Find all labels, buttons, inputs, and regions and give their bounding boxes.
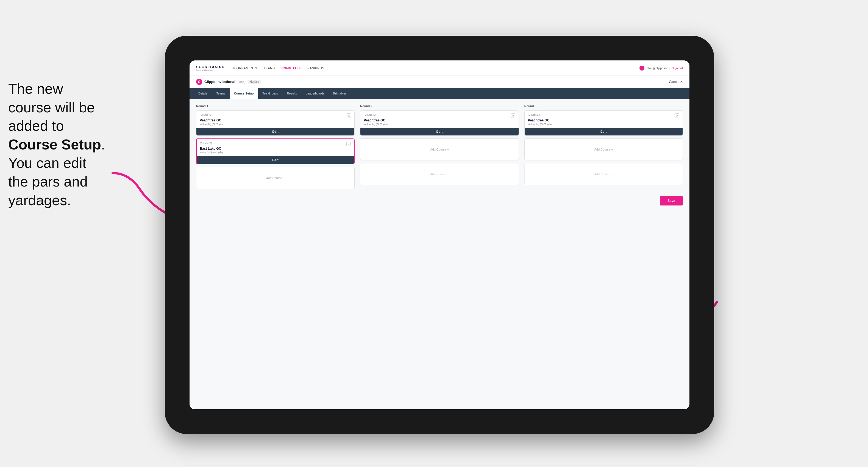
tab-course-setup[interactable]: Course Setup: [229, 88, 258, 99]
brand-title: SCOREBOARD: [196, 65, 225, 69]
tab-printables[interactable]: Printables: [329, 88, 351, 99]
round2-course-a-letter: (Course A): [364, 114, 375, 116]
round3-course-a-name: Peachtree GC: [525, 118, 683, 123]
tab-details[interactable]: Details: [194, 88, 212, 99]
round1-add-course-label: Add Course +: [266, 176, 285, 180]
round1-course-a-edit-button[interactable]: Edit: [196, 128, 354, 135]
round-2-label: Round 2: [360, 104, 519, 108]
annotation-bold: Course Setup: [8, 136, 101, 152]
round1-course-b-delete[interactable]: ✕: [346, 142, 351, 146]
nav-right: blair@clippd.io | Sign out: [640, 66, 683, 71]
annotation-line1: The new: [8, 81, 63, 97]
round1-course-b-header: (Course B) ✕: [197, 139, 354, 146]
round1-course-a-card: (Course A) ✕ Peachtree GC Yellow (M) (66…: [196, 111, 354, 136]
brand-subtitle: Powered by clippd: [196, 69, 225, 71]
tournament-title[interactable]: Clippd Invitational: [205, 80, 236, 84]
round1-course-a-delete[interactable]: ✕: [347, 114, 351, 118]
round2-course-a-edit-button[interactable]: Edit: [361, 128, 518, 135]
round-3-column: Round 3 (Course A) ✕ Peachtree GC Yellow…: [524, 104, 683, 192]
save-button[interactable]: Save: [660, 196, 683, 206]
round1-course-a-header: (Course A) ✕: [196, 111, 354, 118]
tablet-screen: SCOREBOARD Powered by clippd TOURNAMENTS…: [189, 60, 689, 409]
tab-teams[interactable]: Teams: [212, 88, 229, 99]
round3-course-a-letter: (Course A): [528, 114, 540, 116]
round-1-label: Round 1: [196, 104, 354, 108]
nav-links: TOURNAMENTS TEAMS COMMITTEE RANKINGS: [232, 66, 640, 70]
gender-label: (Men): [238, 80, 246, 84]
rounds-grid: Round 1 (Course A) ✕ Peachtree GC Yellow…: [196, 104, 683, 192]
annotation-line7: yardages.: [8, 192, 71, 208]
round3-add-course-label: Add Course +: [594, 148, 613, 151]
hosting-badge: Hosting: [247, 80, 261, 84]
avatar: [640, 66, 644, 71]
round2-add-course-disabled-label: Add Course +: [430, 173, 449, 176]
round3-course-a-edit-button[interactable]: Edit: [525, 128, 683, 135]
round3-add-course-disabled-label: Add Course +: [594, 173, 613, 176]
round2-course-a-details: Yellow (M) (6629 yds): [361, 123, 518, 128]
round2-course-a-delete[interactable]: ✕: [511, 114, 515, 118]
round2-course-a-header: (Course A) ✕: [361, 111, 518, 118]
nav-rankings[interactable]: RANKINGS: [307, 66, 324, 70]
round3-course-a-header: (Course A) ✕: [525, 111, 683, 118]
round3-add-course-disabled: Add Course +: [524, 163, 683, 185]
sub-header-left: C Clippd Invitational (Men) Hosting: [196, 79, 261, 85]
annotation-line5: You can edit: [8, 155, 86, 171]
tab-bar: Details Teams Course Setup Tee Groups Re…: [189, 88, 689, 99]
round-1-column: Round 1 (Course A) ✕ Peachtree GC Yellow…: [196, 104, 354, 192]
annotation-period: .: [101, 136, 105, 152]
round2-add-course-button[interactable]: Add Course +: [360, 138, 519, 160]
round2-course-a-name: Peachtree GC: [361, 118, 518, 123]
round3-add-course-button[interactable]: Add Course +: [524, 138, 683, 160]
main-content: Round 1 (Course A) ✕ Peachtree GC Yellow…: [189, 99, 689, 409]
save-area: Save: [196, 196, 683, 206]
tab-tee-groups[interactable]: Tee Groups: [258, 88, 283, 99]
annotation-line3: added to: [8, 118, 64, 134]
round1-course-a-details: Yellow (M) (6629 yds): [196, 123, 354, 128]
round-3-label: Round 3: [524, 104, 683, 108]
round2-course-a-card: (Course A) ✕ Peachtree GC Yellow (M) (66…: [360, 111, 519, 136]
round2-add-course-label: Add Course +: [430, 148, 449, 151]
nav-tournaments[interactable]: TOURNAMENTS: [232, 66, 257, 70]
top-nav: SCOREBOARD Powered by clippd TOURNAMENTS…: [189, 60, 689, 76]
annotation-line6: the pars and: [8, 174, 88, 190]
round-2-column: Round 2 (Course A) ✕ Peachtree GC Yellow…: [360, 104, 519, 192]
cancel-button[interactable]: Cancel ✕: [669, 80, 683, 84]
round1-course-a-name: Peachtree GC: [196, 118, 354, 123]
round1-course-b-edit-button[interactable]: Edit: [197, 156, 354, 164]
annotation-line2: course will be: [8, 99, 95, 115]
round1-course-b-card: (Course B) ✕ East Lake GC Black (M) (689…: [196, 138, 354, 164]
sign-out-link[interactable]: Sign out: [672, 66, 683, 70]
round1-add-course-button[interactable]: Add Course +: [196, 167, 354, 189]
separator: |: [669, 66, 670, 70]
round3-course-a-card: (Course A) ✕ Peachtree GC Yellow (M) (66…: [524, 111, 683, 136]
tab-leaderboards[interactable]: Leaderboards: [301, 88, 329, 99]
tablet-device: SCOREBOARD Powered by clippd TOURNAMENTS…: [165, 36, 714, 434]
round1-course-a-letter: (Course A): [200, 114, 212, 116]
brand: SCOREBOARD Powered by clippd: [196, 65, 225, 71]
round1-course-b-name: East Lake GC: [197, 146, 354, 151]
nav-teams[interactable]: TEAMS: [264, 66, 275, 70]
round1-course-b-details: Black (M) (6891 yds): [197, 151, 354, 156]
user-email: blair@clippd.io: [647, 66, 666, 70]
round3-course-a-delete[interactable]: ✕: [675, 114, 679, 118]
round3-course-a-details: Yellow (M) (6629 yds): [525, 123, 683, 128]
round1-course-b-letter: (Course B): [200, 142, 212, 145]
round2-add-course-disabled: Add Course +: [360, 163, 519, 185]
brand-logo: C: [196, 79, 202, 85]
tab-results[interactable]: Results: [282, 88, 301, 99]
nav-committee[interactable]: COMMITTEE: [282, 66, 301, 70]
sub-header: C Clippd Invitational (Men) Hosting Canc…: [189, 76, 689, 88]
